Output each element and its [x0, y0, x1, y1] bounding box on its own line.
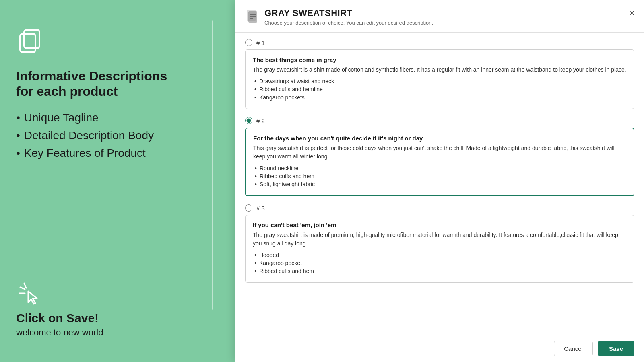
radio-option-1[interactable] [245, 39, 252, 46]
svg-line-2 [24, 283, 26, 288]
description-card-2: For the days when you can't quite decide… [245, 128, 634, 196]
option-radio-row-3: # 3 [245, 204, 634, 212]
save-button[interactable]: Save [598, 341, 634, 356]
radio-option-2[interactable] [245, 117, 252, 124]
feature-1-3: Kangaroo pockets [253, 94, 627, 101]
click-icon [16, 279, 44, 307]
svg-rect-0 [24, 30, 39, 48]
option-number-3: # 3 [256, 205, 265, 212]
svg-rect-1 [20, 34, 35, 52]
feature-2-1: Round neckline [253, 165, 626, 171]
click-heading: Click on Save! [16, 311, 217, 325]
feature-2-2: Ribbed cuffs and hem [253, 173, 626, 179]
left-panel: Informative Descriptionsfor each product… [0, 0, 233, 362]
feature-2-3: Soft, lightweight fabric [253, 181, 626, 187]
desc-features-2: Round neckline Ribbed cuffs and hem Soft… [253, 165, 626, 187]
modal-dialog: GRAY SWEATSHIRT Choose your description … [235, 0, 644, 362]
vertical-divider [212, 20, 213, 310]
main-heading: Informative Descriptionsfor each product [16, 68, 217, 99]
feature-3-3: Ribbed cuffs and hem [253, 268, 627, 274]
cancel-button[interactable]: Cancel [554, 341, 593, 356]
modal-body: # 1 The best things come in gray The gra… [235, 33, 644, 335]
close-button[interactable]: × [627, 7, 636, 19]
copy-icon [16, 24, 48, 56]
option-radio-row-1: # 1 [245, 39, 634, 46]
modal-subtitle: Choose your description of choice. You c… [264, 20, 634, 26]
modal-header-icon [245, 9, 260, 23]
bottom-section: Click on Save! welcome to new world [16, 279, 217, 338]
desc-tagline-2: For the days when you can't quite decide… [253, 135, 626, 142]
modal-header: GRAY SWEATSHIRT Choose your description … [235, 0, 644, 33]
desc-tagline-3: If you can't beat 'em, join 'em [253, 222, 627, 228]
feature-1-1: Drawstrings at waist and neck [253, 78, 627, 84]
desc-body-2: This gray sweatshirt is perfect for thos… [253, 144, 626, 161]
modal-title: GRAY SWEATSHIRT [264, 8, 634, 19]
modal-title-group: GRAY SWEATSHIRT Choose your description … [264, 8, 634, 26]
option-group-1: # 1 The best things come in gray The gra… [245, 39, 634, 109]
option-group-3: # 3 If you can't beat 'em, join 'em The … [245, 204, 634, 283]
modal-footer: Cancel Save [235, 335, 644, 362]
desc-body-1: The gray sweatshirt is a shirt made of c… [253, 66, 627, 74]
option-number-1: # 1 [256, 39, 265, 46]
feature-item-1: Unique Tagline [16, 111, 217, 124]
click-subtext: welcome to new world [16, 327, 217, 338]
feature-1-2: Ribbed cuffs and hemline [253, 86, 627, 93]
option-number-2: # 2 [256, 117, 265, 124]
option-radio-row-2: # 2 [245, 117, 634, 124]
feature-item-2: Detailed Description Body [16, 129, 217, 142]
desc-body-3: The gray sweatshirt is made of premium, … [253, 231, 627, 248]
feature-item-3: Key Features of Product [16, 147, 217, 160]
desc-features-3: Hooded Kangaroo pocket Ribbed cuffs and … [253, 252, 627, 274]
feature-list: Unique Tagline Detailed Description Body… [16, 111, 217, 165]
svg-rect-6 [248, 11, 257, 23]
feature-3-1: Hooded [253, 252, 627, 258]
option-group-2: # 2 For the days when you can't quite de… [245, 117, 634, 196]
desc-tagline-1: The best things come in gray [253, 56, 627, 63]
desc-features-1: Drawstrings at waist and neck Ribbed cuf… [253, 78, 627, 101]
svg-line-3 [20, 287, 25, 289]
description-card-1: The best things come in gray The gray sw… [245, 49, 634, 109]
radio-option-3[interactable] [245, 204, 252, 212]
description-card-3: If you can't beat 'em, join 'em The gray… [245, 215, 634, 283]
feature-3-2: Kangaroo pocket [253, 260, 627, 266]
